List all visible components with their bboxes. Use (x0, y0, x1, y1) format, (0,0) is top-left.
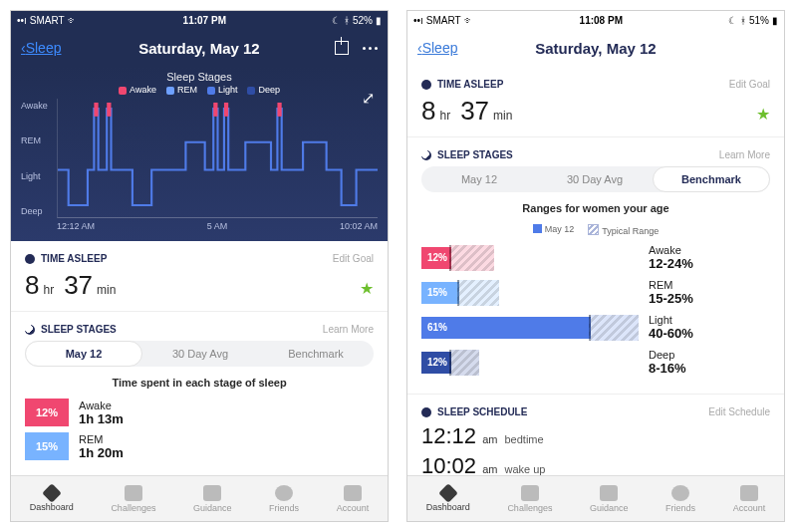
benchmark-name: REM (649, 279, 693, 291)
page-title: Saturday, May 12 (535, 40, 656, 57)
wifi-icon: ᯤ (464, 15, 474, 26)
chart-subtitle: Sleep Stages (21, 71, 378, 83)
stages-segmented-control[interactable]: May 12 30 Day Avg Benchmark (25, 341, 374, 367)
stage-row: 15%REM1h 20m (25, 432, 374, 460)
back-button[interactable]: ‹ Sleep (417, 40, 457, 56)
learn-more-link[interactable]: Learn More (719, 149, 770, 160)
tab-benchmark[interactable]: Benchmark (653, 166, 770, 192)
tab-challenges[interactable]: Challenges (507, 485, 552, 513)
wakeup-label: wake up (504, 463, 545, 475)
sleep-hypnogram: Sleep Stages Awake REM Light Deep ⤢ Awak… (11, 67, 388, 241)
back-label: Sleep (26, 40, 62, 56)
battery-icon: ▮ (376, 15, 382, 26)
moon-icon: ☾ (332, 15, 341, 26)
clock-label: 11:07 PM (183, 15, 226, 26)
stage-duration: 1h 13m (79, 411, 124, 426)
benchmark-bar: 12% (421, 247, 451, 269)
tab-30day[interactable]: 30 Day Avg (142, 341, 258, 367)
benchmark-bar-wrap: 12% (421, 350, 641, 376)
learn-more-link[interactable]: Learn More (323, 324, 374, 335)
tab-label: Dashboard (426, 502, 470, 512)
edit-goal-link[interactable]: Edit Goal (333, 253, 374, 264)
benchmark-name: Awake (649, 244, 693, 256)
y-light: Light (21, 171, 53, 181)
challenges-icon (521, 485, 539, 501)
bedtime-label: bedtime (504, 433, 543, 445)
benchmark-bar: 12% (421, 352, 451, 374)
guidance-icon (600, 485, 618, 501)
guidance-icon (203, 485, 221, 501)
wakeup-ampm: am (482, 463, 497, 475)
benchmark-range (589, 315, 639, 341)
benchmark-row: 12%Deep8-16% (421, 349, 770, 376)
stage-text: Awake1h 13m (79, 399, 124, 426)
tab-may12[interactable]: May 12 (25, 341, 142, 367)
benchmark-bar: 61% (421, 317, 591, 339)
sleep-stages-card: SLEEP STAGES Learn More May 12 30 Day Av… (407, 137, 784, 395)
dashboard-icon (438, 483, 458, 503)
back-button[interactable]: ‹ Sleep (21, 40, 61, 56)
legend-rem: REM (166, 85, 197, 95)
tab-30day[interactable]: 30 Day Avg (537, 166, 653, 192)
time-asleep-card: TIME ASLEEP Edit Goal 8 hr 37 min ★ (11, 241, 388, 312)
benchmark-range-text: 12-24% (649, 256, 693, 271)
wakeup-row: 10:02 am wake up (421, 453, 770, 475)
tab-benchmark[interactable]: Benchmark (258, 341, 374, 367)
tab-account[interactable]: Account (337, 485, 370, 513)
benchmark-text: Light40-60% (649, 314, 693, 341)
more-icon[interactable] (363, 47, 378, 50)
legend-deep: Deep (247, 85, 280, 95)
account-icon (344, 485, 362, 501)
tab-label: Account (337, 503, 370, 513)
tab-guidance[interactable]: Guidance (193, 485, 232, 513)
y-rem: REM (21, 135, 53, 145)
tab-dashboard[interactable]: Dashboard (426, 486, 470, 512)
goal-star-icon: ★ (360, 279, 374, 298)
tab-friends[interactable]: Friends (269, 485, 299, 513)
asleep-hours: 8 (421, 96, 435, 127)
tab-may12[interactable]: May 12 (421, 166, 537, 192)
wifi-icon: ᯤ (68, 15, 78, 26)
benchmark-bar: 15% (421, 282, 459, 304)
tab-label: Challenges (507, 503, 552, 513)
section-label: TIME ASLEEP (437, 79, 503, 90)
carrier-label: SMART (426, 15, 461, 26)
tab-friends[interactable]: Friends (665, 485, 695, 513)
asleep-min-unit: min (97, 283, 116, 297)
clock-label: 11:08 PM (580, 15, 623, 26)
share-icon[interactable] (335, 41, 349, 55)
stages-segmented-control[interactable]: May 12 30 Day Avg Benchmark (421, 166, 770, 192)
content-scroll[interactable]: TIME ASLEEP Edit Goal 8 hr 37 min ★ SLEE… (11, 241, 388, 475)
edit-schedule-link[interactable]: Edit Schedule (708, 406, 770, 417)
content-scroll[interactable]: TIME ASLEEP Edit Goal 8 hr 37 min ★ SLEE… (407, 67, 784, 475)
status-bar: ••ı SMART ᯤ 11:08 PM ☾ ᚼ 51% ▮ (407, 11, 784, 29)
y-deep: Deep (21, 206, 53, 216)
tab-account[interactable]: Account (733, 485, 766, 513)
bluetooth-icon: ᚼ (344, 15, 350, 26)
benchmark-bar-wrap: 15% (421, 280, 641, 306)
friends-icon (275, 485, 293, 501)
edit-goal-link[interactable]: Edit Goal (729, 79, 770, 90)
tab-label: Friends (269, 503, 299, 513)
legend-day: May 12 (533, 224, 575, 236)
tab-challenges[interactable]: Challenges (111, 485, 155, 513)
stage-duration: 1h 20m (79, 445, 124, 460)
asleep-hr-unit: hr (439, 109, 450, 123)
benchmark-bar-wrap: 61% (421, 315, 641, 341)
moon-icon: ☾ (728, 15, 737, 26)
stage-text: REM1h 20m (79, 433, 124, 460)
chart-legend: Awake REM Light Deep (21, 85, 378, 95)
time-asleep-card: TIME ASLEEP Edit Goal 8 hr 37 min ★ (407, 67, 784, 137)
asleep-hours: 8 (25, 270, 39, 301)
moon-full-icon (421, 407, 431, 417)
hypnogram-canvas[interactable] (57, 99, 378, 218)
moon-full-icon (421, 80, 431, 90)
tab-bar: Dashboard Challenges Guidance Friends Ac… (407, 475, 784, 521)
bedtime-value: 12:12 (421, 423, 476, 448)
section-label: TIME ASLEEP (41, 253, 107, 264)
sleep-schedule-card: SLEEP SCHEDULE Edit Schedule 12:12 am be… (407, 395, 784, 475)
asleep-min-unit: min (493, 109, 512, 123)
legend-typical-range: Typical Range (588, 224, 659, 236)
tab-dashboard[interactable]: Dashboard (30, 486, 74, 512)
tab-guidance[interactable]: Guidance (590, 485, 629, 513)
